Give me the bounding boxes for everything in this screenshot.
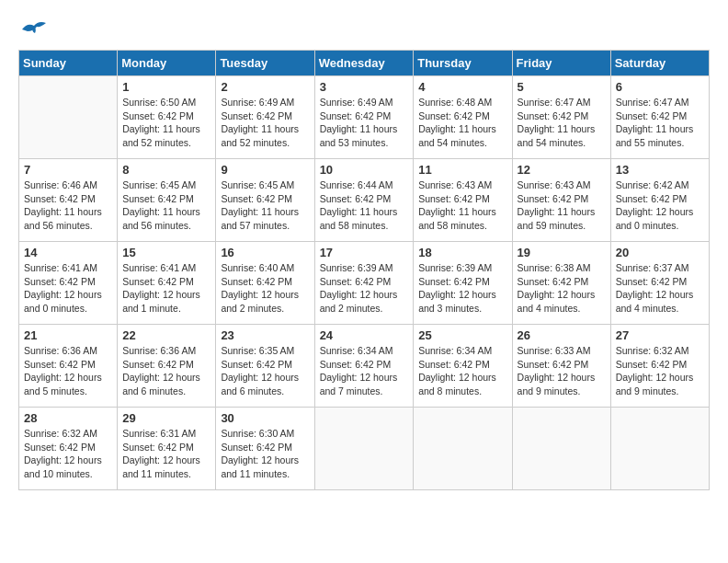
day-number: 24 (320, 328, 409, 342)
day-info: Sunrise: 6:43 AM Sunset: 6:42 PM Dayligh… (418, 178, 506, 233)
day-info: Sunrise: 6:34 AM Sunset: 6:42 PM Dayligh… (320, 344, 409, 398)
day-info: Sunrise: 6:41 AM Sunset: 6:42 PM Dayligh… (122, 261, 210, 316)
calendar-day-cell: 4Sunrise: 6:48 AM Sunset: 6:42 PM Daylig… (414, 76, 512, 159)
calendar-day-cell: 6Sunrise: 6:47 AM Sunset: 6:42 PM Daylig… (610, 76, 709, 159)
day-info: Sunrise: 6:50 AM Sunset: 6:42 PM Dayligh… (122, 96, 210, 150)
calendar-day-cell: 29Sunrise: 6:31 AM Sunset: 6:42 PM Dayli… (118, 408, 216, 490)
day-info: Sunrise: 6:47 AM Sunset: 6:42 PM Dayligh… (616, 96, 704, 150)
weekday-header-cell: Saturday (610, 51, 709, 76)
day-info: Sunrise: 6:30 AM Sunset: 6:42 PM Dayligh… (221, 427, 309, 481)
calendar-day-cell: 12Sunrise: 6:43 AM Sunset: 6:42 PM Dayli… (512, 159, 610, 242)
day-info: Sunrise: 6:32 AM Sunset: 6:42 PM Dayligh… (616, 344, 704, 398)
day-number: 29 (122, 411, 210, 425)
calendar-week-row: 1Sunrise: 6:50 AM Sunset: 6:42 PM Daylig… (19, 76, 710, 159)
calendar-day-cell: 2Sunrise: 6:49 AM Sunset: 6:42 PM Daylig… (216, 76, 314, 159)
day-number: 22 (122, 328, 210, 342)
calendar-day-cell: 18Sunrise: 6:39 AM Sunset: 6:42 PM Dayli… (414, 242, 512, 325)
day-info: Sunrise: 6:46 AM Sunset: 6:42 PM Dayligh… (24, 178, 112, 233)
calendar-day-cell: 23Sunrise: 6:35 AM Sunset: 6:42 PM Dayli… (216, 325, 314, 408)
day-info: Sunrise: 6:48 AM Sunset: 6:42 PM Dayligh… (418, 96, 506, 150)
day-number: 26 (518, 328, 606, 342)
calendar-day-cell: 15Sunrise: 6:41 AM Sunset: 6:42 PM Dayli… (118, 242, 216, 325)
page-header (18, 18, 710, 40)
calendar-day-cell: 28Sunrise: 6:32 AM Sunset: 6:42 PM Dayli… (19, 408, 118, 490)
calendar-day-cell: 10Sunrise: 6:44 AM Sunset: 6:42 PM Dayli… (314, 159, 414, 242)
calendar-day-cell: 22Sunrise: 6:36 AM Sunset: 6:42 PM Dayli… (118, 325, 216, 408)
day-number: 8 (122, 163, 210, 177)
weekday-header-cell: Wednesday (314, 51, 414, 76)
weekday-header-cell: Thursday (414, 51, 512, 76)
calendar-day-cell: 16Sunrise: 6:40 AM Sunset: 6:42 PM Dayli… (216, 242, 314, 325)
calendar-week-row: 28Sunrise: 6:32 AM Sunset: 6:42 PM Dayli… (19, 408, 710, 490)
day-number: 11 (418, 163, 506, 177)
day-info: Sunrise: 6:37 AM Sunset: 6:42 PM Dayligh… (616, 261, 704, 316)
day-info: Sunrise: 6:45 AM Sunset: 6:42 PM Dayligh… (122, 178, 210, 233)
calendar-day-cell (314, 408, 414, 490)
calendar-day-cell: 5Sunrise: 6:47 AM Sunset: 6:42 PM Daylig… (512, 76, 610, 159)
day-number: 30 (221, 411, 309, 425)
day-number: 3 (320, 80, 409, 94)
day-number: 9 (221, 163, 309, 177)
calendar-day-cell: 27Sunrise: 6:32 AM Sunset: 6:42 PM Dayli… (610, 325, 709, 408)
day-info: Sunrise: 6:33 AM Sunset: 6:42 PM Dayligh… (518, 344, 606, 398)
calendar-day-cell (414, 408, 512, 490)
day-number: 6 (616, 80, 704, 94)
day-info: Sunrise: 6:49 AM Sunset: 6:42 PM Dayligh… (320, 96, 409, 150)
calendar-day-cell (610, 408, 709, 490)
weekday-header-cell: Monday (118, 51, 216, 76)
day-info: Sunrise: 6:38 AM Sunset: 6:42 PM Dayligh… (518, 261, 606, 316)
calendar-week-row: 7Sunrise: 6:46 AM Sunset: 6:42 PM Daylig… (19, 159, 710, 242)
day-info: Sunrise: 6:41 AM Sunset: 6:42 PM Dayligh… (24, 261, 112, 316)
day-info: Sunrise: 6:39 AM Sunset: 6:42 PM Dayligh… (320, 261, 409, 316)
day-number: 25 (418, 328, 506, 342)
day-info: Sunrise: 6:49 AM Sunset: 6:42 PM Dayligh… (221, 96, 309, 150)
day-number: 13 (616, 163, 704, 177)
day-info: Sunrise: 6:39 AM Sunset: 6:42 PM Dayligh… (418, 261, 506, 316)
day-info: Sunrise: 6:34 AM Sunset: 6:42 PM Dayligh… (418, 344, 506, 398)
calendar-day-cell (512, 408, 610, 490)
day-number: 28 (24, 411, 112, 425)
weekday-header-cell: Tuesday (216, 51, 314, 76)
day-number: 7 (24, 163, 112, 177)
day-number: 16 (221, 246, 309, 259)
day-number: 2 (221, 80, 309, 94)
day-number: 15 (122, 246, 210, 259)
day-number: 27 (616, 328, 704, 342)
day-info: Sunrise: 6:31 AM Sunset: 6:42 PM Dayligh… (122, 427, 210, 481)
calendar-day-cell: 13Sunrise: 6:42 AM Sunset: 6:42 PM Dayli… (610, 159, 709, 242)
calendar-day-cell: 20Sunrise: 6:37 AM Sunset: 6:42 PM Dayli… (610, 242, 709, 325)
calendar-day-cell: 1Sunrise: 6:50 AM Sunset: 6:42 PM Daylig… (118, 76, 216, 159)
day-info: Sunrise: 6:35 AM Sunset: 6:42 PM Dayligh… (221, 344, 309, 398)
day-info: Sunrise: 6:32 AM Sunset: 6:42 PM Dayligh… (24, 427, 112, 481)
calendar-day-cell: 24Sunrise: 6:34 AM Sunset: 6:42 PM Dayli… (314, 325, 414, 408)
day-number: 23 (221, 328, 309, 342)
day-number: 4 (418, 80, 506, 94)
calendar-day-cell: 9Sunrise: 6:45 AM Sunset: 6:42 PM Daylig… (216, 159, 314, 242)
day-info: Sunrise: 6:40 AM Sunset: 6:42 PM Dayligh… (221, 261, 309, 316)
calendar-week-row: 21Sunrise: 6:36 AM Sunset: 6:42 PM Dayli… (19, 325, 710, 408)
calendar-body: 1Sunrise: 6:50 AM Sunset: 6:42 PM Daylig… (19, 76, 710, 490)
day-number: 17 (320, 246, 409, 259)
weekday-header-row: SundayMondayTuesdayWednesdayThursdayFrid… (19, 51, 710, 76)
day-info: Sunrise: 6:44 AM Sunset: 6:42 PM Dayligh… (320, 178, 409, 233)
day-info: Sunrise: 6:36 AM Sunset: 6:42 PM Dayligh… (24, 344, 112, 398)
calendar-day-cell: 3Sunrise: 6:49 AM Sunset: 6:42 PM Daylig… (314, 76, 414, 159)
weekday-header-cell: Friday (512, 51, 610, 76)
day-number: 18 (418, 246, 506, 259)
day-number: 21 (24, 328, 112, 342)
calendar-day-cell: 11Sunrise: 6:43 AM Sunset: 6:42 PM Dayli… (414, 159, 512, 242)
day-info: Sunrise: 6:42 AM Sunset: 6:42 PM Dayligh… (616, 178, 704, 233)
day-info: Sunrise: 6:45 AM Sunset: 6:42 PM Dayligh… (221, 178, 309, 233)
calendar-day-cell: 14Sunrise: 6:41 AM Sunset: 6:42 PM Dayli… (19, 242, 118, 325)
calendar-day-cell: 17Sunrise: 6:39 AM Sunset: 6:42 PM Dayli… (314, 242, 414, 325)
weekday-header-cell: Sunday (19, 51, 118, 76)
day-number: 19 (518, 246, 606, 259)
calendar-week-row: 14Sunrise: 6:41 AM Sunset: 6:42 PM Dayli… (19, 242, 710, 325)
logo (18, 18, 48, 40)
day-info: Sunrise: 6:43 AM Sunset: 6:42 PM Dayligh… (518, 178, 606, 233)
calendar-day-cell: 26Sunrise: 6:33 AM Sunset: 6:42 PM Dayli… (512, 325, 610, 408)
day-number: 1 (122, 80, 210, 94)
calendar-day-cell (19, 76, 118, 159)
calendar-day-cell: 25Sunrise: 6:34 AM Sunset: 6:42 PM Dayli… (414, 325, 512, 408)
day-number: 5 (518, 80, 606, 94)
